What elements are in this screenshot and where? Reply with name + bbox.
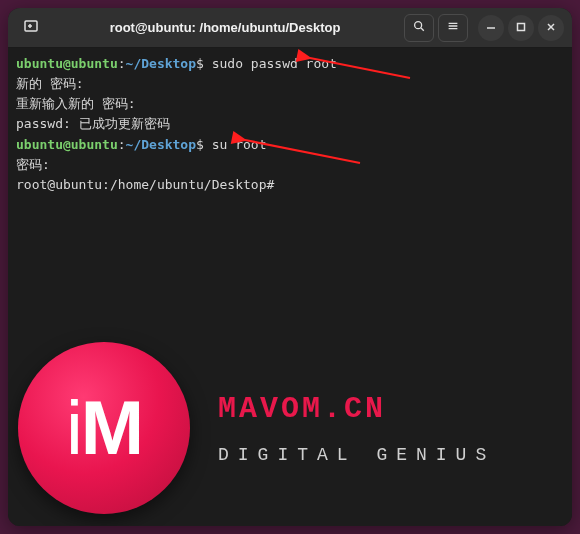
svg-line-4 [421, 28, 424, 31]
watermark-logo-circle: iM [18, 342, 190, 514]
minimize-icon [485, 18, 497, 37]
terminal-body[interactable]: ubuntu@ubuntu:~/Desktop$ sudo passwd roo… [8, 48, 572, 526]
prompt-sep: : [118, 137, 126, 152]
close-icon [545, 18, 557, 37]
prompt-symbol: $ [196, 137, 212, 152]
prompt-symbol: $ [196, 56, 212, 71]
watermark-title: MAVOM.CN [218, 386, 495, 433]
prompt-path: ~/Desktop [126, 56, 196, 71]
command-text: sudo passwd root [212, 56, 337, 71]
watermark-subtitle: DIGITAL GENIUS [218, 442, 495, 470]
maximize-button[interactable] [508, 15, 534, 41]
menu-button[interactable] [438, 14, 468, 42]
search-icon [412, 18, 426, 37]
terminal-line: ubuntu@ubuntu:~/Desktop$ su root [16, 135, 564, 155]
titlebar: root@ubuntu: /home/ubuntu/Desktop [8, 8, 572, 48]
watermark: iM MAVOM.CN DIGITAL GENIUS [18, 342, 495, 514]
terminal-line: 密码: [16, 155, 564, 175]
new-tab-button[interactable] [16, 14, 46, 42]
terminal-line: 重新输入新的 密码: [16, 94, 564, 114]
maximize-icon [515, 18, 527, 37]
watermark-text: MAVOM.CN DIGITAL GENIUS [218, 386, 495, 470]
window-title: root@ubuntu: /home/ubuntu/Desktop [48, 20, 402, 35]
svg-rect-9 [518, 24, 525, 31]
close-button[interactable] [538, 15, 564, 41]
prompt-user: ubuntu@ubuntu [16, 137, 118, 152]
prompt-path: ~/Desktop [126, 137, 196, 152]
prompt-user: ubuntu@ubuntu [16, 56, 118, 71]
watermark-logo-text: iM [66, 369, 142, 487]
prompt-sep: : [118, 56, 126, 71]
minimize-button[interactable] [478, 15, 504, 41]
root-prompt-line: root@ubuntu:/home/ubuntu/Desktop# [16, 175, 564, 195]
terminal-window: root@ubuntu: /home/ubuntu/Desktop [8, 8, 572, 526]
terminal-line: 新的 密码: [16, 74, 564, 94]
search-button[interactable] [404, 14, 434, 42]
terminal-line: passwd: 已成功更新密码 [16, 114, 564, 134]
menu-icon [446, 18, 460, 37]
svg-point-3 [415, 22, 422, 29]
command-text: su root [212, 137, 267, 152]
terminal-line: ubuntu@ubuntu:~/Desktop$ sudo passwd roo… [16, 54, 564, 74]
new-tab-icon [23, 18, 39, 38]
